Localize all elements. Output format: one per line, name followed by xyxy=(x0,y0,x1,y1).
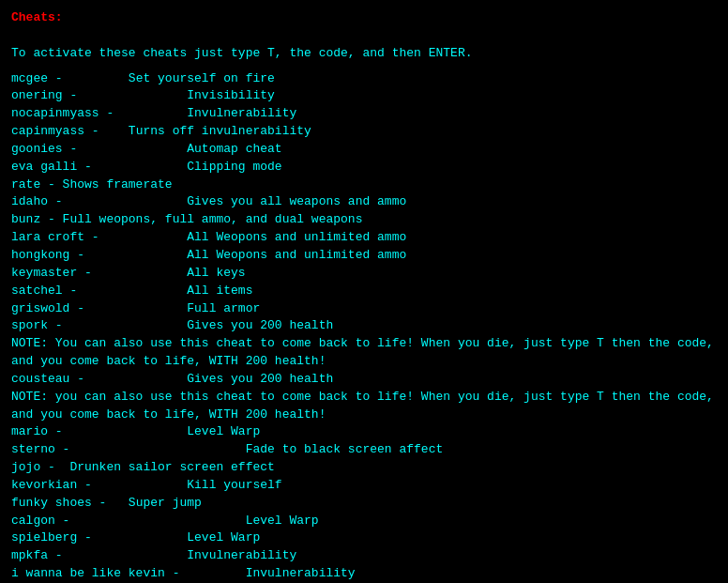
page-title: Cheats: xyxy=(11,10,63,24)
intro-text: To activate these cheats just type T, th… xyxy=(11,45,717,63)
cheat-list: mcgee - Set yourself on fire onering - I… xyxy=(11,70,717,583)
